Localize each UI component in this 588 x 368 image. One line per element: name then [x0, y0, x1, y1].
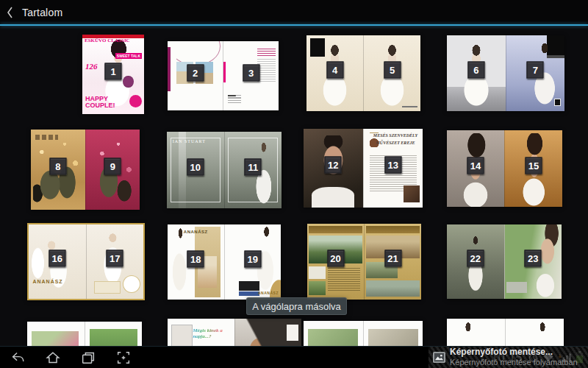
page-thumb[interactable] [363, 321, 423, 346]
page-spread-thumbnail[interactable]: IAN STUART1011 [167, 132, 282, 208]
fb-art [239, 291, 259, 296]
home-icon [45, 350, 61, 366]
page-spread-thumbnail[interactable]: 2223 [447, 224, 562, 299]
bride-r2-art [526, 322, 560, 346]
page-spread-thumbnail[interactable]: 12MESÉS SZENVEDÉLYMŰVÉSZET EREJE13 [304, 129, 423, 208]
page-thumb[interactable]: 20 [307, 224, 364, 300]
textbox-sm-art [94, 281, 121, 294]
page-number-badge: 4 [326, 62, 343, 79]
thumbnail-text: MESÉS SZENVEDÉLY [370, 133, 420, 138]
page-thumb[interactable]: 8 [31, 130, 85, 210]
ph-g2-art [368, 329, 418, 346]
page-thumb[interactable]: 6 [447, 35, 506, 111]
page-thumb[interactable]: MESÉS SZENVEDÉLYMŰVÉSZET EREJE13 [363, 129, 423, 208]
page-thumb[interactable]: 17 [86, 224, 144, 299]
page-number-badge: 10 [187, 158, 204, 175]
sig-art [35, 135, 58, 141]
page-thumb[interactable] [27, 322, 85, 346]
page-number-badge: 7 [527, 62, 544, 79]
page-thumb[interactable]: Mégis kinek a napja...? [168, 319, 234, 346]
page-spread-thumbnail[interactable]: 89 [31, 130, 140, 210]
page-thumb[interactable]: 15 [504, 130, 562, 207]
thumbnail-text: ANANÁSZ [258, 291, 279, 295]
page-thumb[interactable]: 11 [224, 132, 282, 208]
bar-pink-art [223, 62, 226, 82]
head-magenta-art [257, 49, 276, 56]
photo-fountain-art [366, 280, 419, 297]
page-thumb[interactable]: 5 [363, 35, 420, 111]
page-number-badge: 8 [49, 158, 66, 175]
page-thumb[interactable]: 22 [447, 224, 504, 299]
page-thumb[interactable]: 3 [223, 41, 279, 110]
page-number-badge: 21 [384, 250, 401, 267]
white-strip-art [312, 187, 354, 208]
page-spread-thumbnail[interactable] [447, 319, 564, 346]
page-number-badge: 1 [105, 63, 122, 79]
cover-bouquet-art [123, 76, 133, 88]
page-number-badge: 18 [187, 250, 204, 267]
back-button[interactable] [0, 0, 18, 24]
system-navigation-bar: 10:15 [0, 346, 588, 368]
infoblk-art [239, 281, 259, 291]
page-thumb[interactable]: 7 [506, 35, 565, 111]
screenshot-icon [115, 350, 132, 366]
page-thumb[interactable]: ESKÜVŐ CLASSICSWEET TALK126HAPPY COUPLE!… [82, 35, 144, 114]
page-thumb[interactable] [85, 322, 143, 346]
page-number-badge: 13 [384, 157, 401, 174]
tablet-screen: Tartalom ESKÜVŐ CLASSICSWEET TALK126HAPP… [0, 0, 588, 368]
page-spread-thumbnail[interactable] [304, 321, 423, 346]
page-spread-thumbnail[interactable]: 45 [306, 35, 420, 111]
page-thumb[interactable] [234, 319, 302, 346]
page-thumb[interactable]: 2 [168, 41, 223, 110]
page-thumb[interactable] [505, 319, 564, 346]
chevron-left-icon [6, 5, 13, 20]
page-spread-thumbnail[interactable]: ANANÁSZ18ANANÁSZ19 [168, 224, 281, 300]
page-thumb[interactable]: ANANÁSZ18 [168, 224, 224, 300]
page-spread-thumbnail[interactable]: 23 [168, 41, 279, 110]
page-number-badge: 3 [243, 65, 259, 82]
page-spread-thumbnail[interactable] [27, 322, 142, 346]
cover-circle-art [129, 95, 142, 107]
page-spread-thumbnail[interactable]: ESKÜVŐ CLASSICSWEET TALK126HAPPY COUPLE!… [82, 35, 144, 114]
notification-text: Képernyőfotó mentése... Képernyőfotó men… [450, 347, 578, 367]
image-icon [432, 351, 446, 364]
page-spread-thumbnail[interactable]: 67 [447, 35, 564, 111]
page-thumb[interactable]: IAN STUART10 [167, 132, 224, 208]
home-nav-button[interactable] [35, 347, 71, 368]
page-spread-thumbnail[interactable]: 1415 [447, 130, 562, 207]
page-thumb[interactable]: 12 [304, 129, 363, 208]
textlines-dk-art [328, 268, 360, 292]
logo-sm-art [287, 325, 298, 342]
page-thumb[interactable]: 4 [306, 35, 363, 111]
bar-magenta-art [168, 47, 171, 91]
back-nav-button[interactable] [0, 347, 35, 368]
page-spread-thumbnail[interactable]: 2021 [307, 224, 421, 300]
action-bar: Tartalom [0, 0, 588, 24]
banner-art [366, 226, 419, 233]
page-thumb[interactable] [304, 321, 363, 346]
page-thumb[interactable]: ANANÁSZ16 [29, 224, 86, 299]
page-number-badge: 2 [187, 65, 204, 82]
page-thumb[interactable]: 9 [85, 130, 140, 210]
ph-g1-art [308, 329, 358, 346]
qr-art [554, 99, 562, 106]
navigation-buttons [0, 347, 141, 368]
page-thumb[interactable]: 21 [364, 224, 421, 300]
page-thumb[interactable] [447, 319, 505, 346]
recents-nav-button[interactable] [71, 347, 106, 368]
page-number-badge: 23 [525, 250, 542, 267]
page-spread-thumbnail[interactable]: ANANÁSZ1617 [27, 223, 145, 300]
page-spread-thumbnail[interactable]: Mégis kinek a napja...? [168, 319, 301, 346]
thumbnail-grid[interactable]: ESKÜVŐ CLASSICSWEET TALK126HAPPY COUPLE!… [0, 0, 588, 346]
page-number-badge: 6 [467, 62, 484, 79]
page-thumb[interactable]: 14 [447, 130, 504, 207]
screenshot-nav-button[interactable] [106, 347, 141, 368]
banner-art [309, 226, 362, 233]
sm1-art [309, 266, 325, 280]
mini1-art [171, 325, 193, 346]
page-number-badge: 12 [325, 157, 342, 174]
page-thumb[interactable]: 23 [504, 224, 562, 299]
thumbnail-text: Mégis kinek a napja...? [193, 328, 231, 339]
page-thumb[interactable]: ANANÁSZ19 [224, 224, 282, 300]
notification-ticker[interactable]: Képernyőfotó mentése... Képernyőfotó men… [429, 347, 588, 368]
